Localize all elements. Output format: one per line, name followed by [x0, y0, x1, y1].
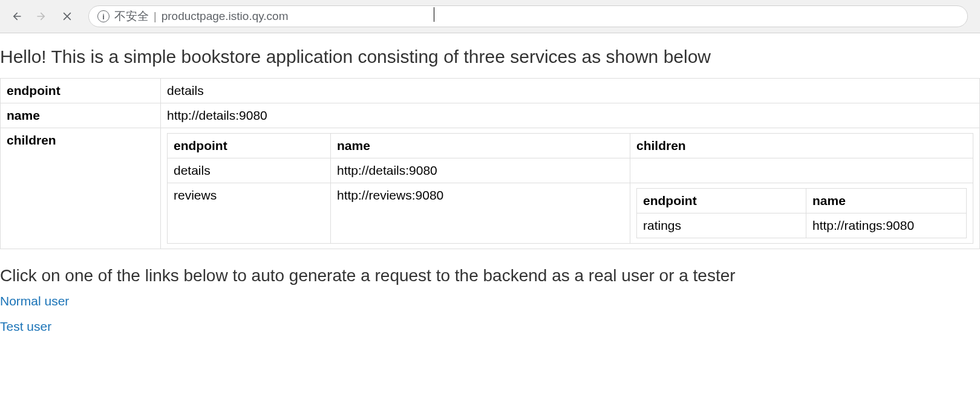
children-table: endpoint name children details http://de…	[167, 133, 973, 244]
normal-user-link[interactable]: Normal user	[0, 294, 980, 308]
page-content: Hello! This is a simple bookstore applic…	[0, 47, 980, 357]
grandchildren-table: endpoint name ratings http://ratings:908	[636, 188, 967, 238]
label-endpoint: endpoint	[1, 79, 161, 103]
grandchildren-cell: endpoint name ratings http://ratings:908	[630, 183, 973, 244]
table-row: children endpoint name children	[1, 128, 980, 249]
label-children: children	[1, 128, 161, 249]
info-icon: i	[97, 10, 109, 22]
root-endpoint-value: details	[161, 79, 980, 103]
instruction-text: Click on one of the links below to auto …	[0, 266, 980, 285]
label-name: name	[1, 103, 161, 128]
test-user-link[interactable]: Test user	[0, 319, 980, 334]
children-cell: endpoint name children details http://de…	[161, 128, 980, 249]
child-row: reviews http://reviews:9080 endpoint nam…	[168, 183, 973, 244]
url-separator: |	[154, 10, 157, 23]
table-row: endpoint details	[1, 79, 980, 103]
address-bar[interactable]: i 不安全 | productpage.istio.qy.com	[88, 5, 968, 27]
browser-toolbar: i 不安全 | productpage.istio.qy.com	[0, 0, 980, 33]
child-children-empty	[630, 158, 973, 183]
page-title: Hello! This is a simple bookstore applic…	[0, 47, 980, 67]
col-name: name	[331, 134, 630, 158]
child-endpoint: reviews	[168, 183, 331, 244]
child-endpoint: details	[168, 158, 331, 183]
close-icon	[61, 10, 73, 22]
child-name: http://details:9080	[331, 158, 630, 183]
url-text: productpage.istio.qy.com	[162, 10, 289, 23]
child-row: details http://details:9080	[168, 158, 973, 183]
col-children: children	[630, 134, 973, 158]
gcol-name: name	[806, 189, 967, 213]
table-row: name http://details:9080	[1, 103, 980, 128]
forward-button[interactable]	[31, 6, 52, 27]
root-name-value: http://details:9080	[161, 103, 980, 128]
arrow-left-icon	[10, 10, 22, 22]
insecure-label: 不安全	[114, 8, 149, 24]
table-header-row: endpoint name	[637, 189, 967, 213]
grandchild-row: ratings http://ratings:9080	[637, 213, 967, 238]
back-button[interactable]	[6, 6, 27, 27]
col-endpoint: endpoint	[168, 134, 331, 158]
child-name: http://reviews:9080	[331, 183, 630, 244]
grandchild-endpoint: ratings	[637, 213, 806, 238]
stop-button[interactable]	[57, 6, 77, 27]
arrow-right-icon	[36, 10, 48, 22]
service-table: endpoint details name http://details:908…	[0, 78, 980, 249]
grandchild-name: http://ratings:9080	[806, 213, 967, 238]
text-cursor	[434, 7, 434, 22]
table-header-row: endpoint name children	[168, 134, 973, 158]
gcol-endpoint: endpoint	[637, 189, 806, 213]
